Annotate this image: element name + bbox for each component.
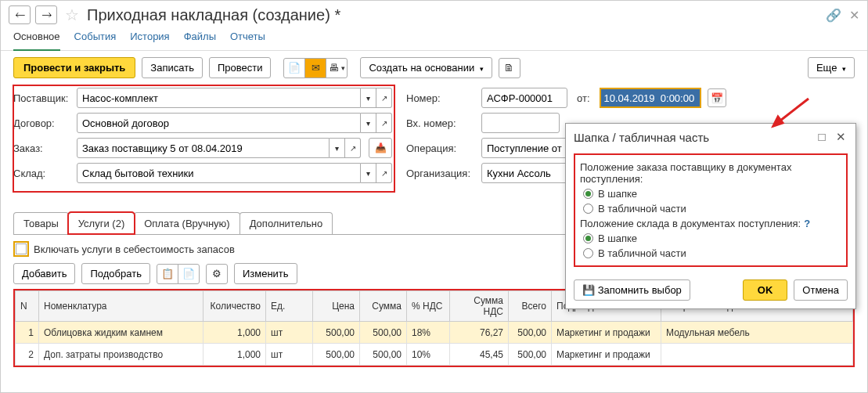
col-sum[interactable]: Сумма xyxy=(360,291,407,322)
contract-label: Договор: xyxy=(13,117,72,129)
order-label: Заказ: xyxy=(13,142,72,154)
order-dropdown-icon[interactable]: ▾ xyxy=(330,138,345,158)
cancel-button[interactable]: Отмена xyxy=(794,279,848,301)
header-tabular-popup: Шапка / табличная часть □ ✕ Положение за… xyxy=(565,123,856,309)
write-button[interactable]: Записать xyxy=(142,57,203,78)
page-title: Приходная накладная (создание) * xyxy=(87,6,340,24)
col-vatp[interactable]: % НДС xyxy=(407,291,450,322)
date-input[interactable] xyxy=(600,88,701,108)
radio-icon xyxy=(583,204,593,214)
favorite-icon[interactable]: ☆ xyxy=(65,5,79,24)
col-unit[interactable]: Ед. xyxy=(266,291,313,322)
supplier-label: Поставщик: xyxy=(13,92,72,104)
contract-open-icon[interactable]: ↗ xyxy=(376,113,392,133)
radio-icon xyxy=(583,248,593,258)
radio-warehouse-header[interactable]: В шапке xyxy=(583,233,841,244)
table-row[interactable]: 1Облицовка жидким камнем1,000шт500,00500… xyxy=(16,322,853,344)
radio-order-header[interactable]: В шапке xyxy=(583,188,841,200)
order-open-icon[interactable]: ↗ xyxy=(345,138,361,158)
include-cost-checkbox[interactable] xyxy=(16,243,27,254)
col-price[interactable]: Цена xyxy=(313,291,360,322)
nav-events[interactable]: События xyxy=(74,31,117,42)
popup-title: Шапка / табличная часть xyxy=(574,131,810,144)
col-qty[interactable]: Количество xyxy=(203,291,266,322)
more-button[interactable]: Еще ▾ xyxy=(808,57,855,78)
include-cost-highlight xyxy=(13,241,29,257)
back-button[interactable]: 🡐 xyxy=(9,5,31,24)
ok-button[interactable]: OK xyxy=(743,279,788,301)
calendar-icon[interactable]: 📅 xyxy=(708,88,726,107)
table-row[interactable]: 2Доп. затраты производство1,000шт500,005… xyxy=(16,344,853,366)
tab-extra[interactable]: Дополнительно xyxy=(240,212,333,234)
edit-button[interactable]: Изменить xyxy=(234,263,297,284)
tab-services[interactable]: Услуги (2) xyxy=(68,212,135,234)
create-based-button[interactable]: Создать на основании ▾ xyxy=(360,57,492,78)
add-button[interactable]: Добавить xyxy=(13,263,75,284)
warehouse-open-icon[interactable]: ↗ xyxy=(376,163,392,183)
tab-goods[interactable]: Товары xyxy=(13,212,69,234)
popup-maximize-icon[interactable]: □ xyxy=(815,130,829,144)
popup-warehouse-position-label: Положение склада в документах поступлени… xyxy=(580,218,841,229)
supplier-dropdown-icon[interactable]: ▾ xyxy=(361,88,376,108)
number-label: Номер: xyxy=(406,92,477,104)
extnum-input[interactable] xyxy=(481,113,560,133)
post-and-close-button[interactable]: Провести и закрыть xyxy=(13,57,135,78)
contract-input[interactable] xyxy=(77,113,361,133)
attach-icon[interactable]: 📄 xyxy=(283,58,305,78)
order-input[interactable] xyxy=(77,138,330,158)
pick-button[interactable]: Подобрать xyxy=(81,263,149,284)
warehouse-input[interactable] xyxy=(77,163,361,183)
radio-warehouse-tabular[interactable]: В табличной части xyxy=(583,247,841,259)
col-total[interactable]: Всего xyxy=(509,291,552,322)
remember-choice-button[interactable]: 💾 Запомнить выбор xyxy=(574,279,690,301)
extnum-label: Вх. номер: xyxy=(406,117,477,129)
print-icon[interactable]: 🖶▾ xyxy=(326,58,348,78)
mail-icon[interactable]: ✉ xyxy=(304,58,326,78)
warehouse-label: Склад: xyxy=(13,168,72,179)
order-fill-icon[interactable]: 📥 xyxy=(369,138,392,158)
copy-icon[interactable]: 📋 xyxy=(157,264,178,284)
popup-order-position-label: Положение заказа поставщику в документах… xyxy=(580,161,841,185)
settings-icon[interactable]: ⚙ xyxy=(206,264,228,284)
forward-button[interactable]: 🡒 xyxy=(35,5,57,24)
help-icon[interactable]: ? xyxy=(804,218,810,229)
number-input[interactable] xyxy=(481,88,567,108)
supplier-open-icon[interactable]: ↗ xyxy=(376,88,392,108)
from-label: от: xyxy=(577,92,590,104)
post-button[interactable]: Провести xyxy=(209,57,272,78)
col-nom[interactable]: Номенклатура xyxy=(39,291,203,322)
supplier-input[interactable] xyxy=(77,88,361,108)
close-icon[interactable]: ✕ xyxy=(849,8,859,23)
popup-highlight-box: Положение заказа поставщику в документах… xyxy=(574,153,848,267)
warehouse-dropdown-icon[interactable]: ▾ xyxy=(361,163,376,183)
link-icon[interactable]: 🔗 xyxy=(826,8,841,23)
radio-order-tabular[interactable]: В табличной части xyxy=(583,203,841,215)
tab-payment[interactable]: Оплата (Вручную) xyxy=(134,212,240,234)
col-vats[interactable]: Сумма НДС xyxy=(450,291,509,322)
nav-reports[interactable]: Отчеты xyxy=(230,31,265,42)
paste-icon[interactable]: 📄 xyxy=(178,264,200,284)
popup-close-icon[interactable]: ✕ xyxy=(834,130,848,144)
nav-files[interactable]: Файлы xyxy=(184,31,216,42)
contract-dropdown-icon[interactable]: ▾ xyxy=(361,113,376,133)
nav-history[interactable]: История xyxy=(130,31,169,42)
operation-label: Операция: xyxy=(406,142,477,154)
radio-icon xyxy=(583,233,593,243)
nav-links: Основное События История Файлы Отчеты xyxy=(1,27,867,51)
org-label: Организация: xyxy=(406,168,477,179)
radio-icon xyxy=(583,189,593,199)
report-icon[interactable]: 🗎 xyxy=(499,58,520,78)
include-cost-label: Включать услуги в себестоимость запасов xyxy=(34,243,235,255)
col-n[interactable]: N xyxy=(16,291,39,322)
nav-main[interactable]: Основное xyxy=(13,31,60,51)
